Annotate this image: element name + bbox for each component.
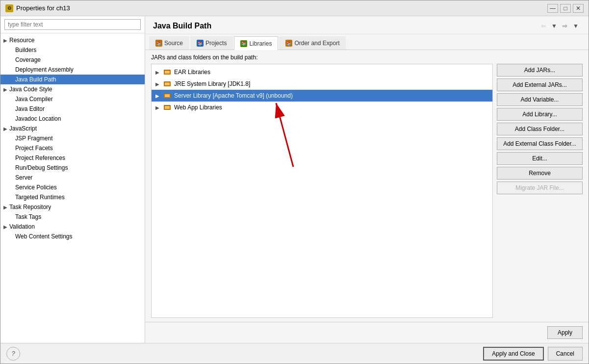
footer: ? Apply and Close Cancel — [0, 343, 589, 364]
tab-projects[interactable]: 📚Projects — [190, 36, 233, 50]
svg-rect-4 — [165, 82, 170, 85]
lib-expand-jre-system-library: ▶ — [155, 81, 160, 87]
expand-arrow-java-code-style: ▶ — [3, 87, 7, 92]
remove-button[interactable]: Remove — [497, 167, 583, 180]
expand-arrow-validation: ▶ — [3, 224, 7, 230]
footer-buttons: Apply and Close Cancel — [483, 347, 583, 361]
tab-icon-projects: 📚 — [197, 40, 204, 47]
edit-button[interactable]: Edit... — [497, 152, 583, 165]
sidebar-item-server[interactable]: Server — [0, 173, 145, 182]
sidebar-item-targeted-runtimes[interactable]: Targeted Runtimes — [0, 192, 145, 202]
sidebar-item-javadoc-location[interactable]: Javadoc Location — [0, 114, 145, 124]
minimize-button[interactable]: — — [547, 4, 558, 13]
add-external-class-folder-button[interactable]: Add External Class Folder... — [497, 137, 583, 150]
cancel-button[interactable]: Cancel — [548, 347, 583, 361]
sidebar-item-run-debug-settings[interactable]: Run/Debug Settings — [0, 163, 145, 173]
left-panel: ▶ResourceBuildersCoverageDeployment Asse… — [0, 16, 145, 343]
expand-arrow-resource: ▶ — [3, 38, 7, 43]
sidebar-item-label-task-tags: Task Tags — [15, 213, 41, 220]
expand-arrow-task-repository: ▶ — [3, 205, 7, 210]
tab-icon-source: 📚 — [155, 40, 162, 47]
lib-item-ear-libraries[interactable]: ▶ EAR Libraries — [152, 66, 492, 78]
filter-input[interactable] — [4, 19, 141, 30]
sidebar-item-java-code-style[interactable]: ▶Java Code Style — [0, 84, 145, 94]
lib-label-ear-libraries: EAR Libraries — [174, 69, 210, 76]
tab-icon-libraries: 📚 — [240, 40, 247, 47]
sidebar-item-web-content-settings[interactable]: Web Content Settings — [0, 232, 145, 241]
sidebar-item-label-builders: Builders — [15, 47, 36, 53]
sidebar-item-jsp-fragment[interactable]: JSP Fragment — [0, 133, 145, 143]
sidebar-item-label-web-content-settings: Web Content Settings — [15, 233, 73, 240]
tab-order-export[interactable]: 📚Order and Export — [279, 36, 346, 50]
sidebar-item-label-project-facets: Project Facets — [15, 145, 53, 152]
close-button[interactable]: ✕ — [573, 4, 584, 13]
sidebar-item-label-server: Server — [15, 174, 32, 181]
sidebar-item-label-targeted-runtimes: Targeted Runtimes — [15, 194, 65, 201]
forward-dropdown-button[interactable]: ▼ — [571, 21, 581, 31]
maximize-button[interactable]: □ — [560, 4, 571, 13]
bottom-bar: Apply — [145, 322, 589, 343]
sidebar-item-service-policies[interactable]: Service Policies — [0, 182, 145, 192]
right-header: Java Build Path ⇦ ▼ ⇨ ▼ — [145, 16, 589, 34]
add-variable-button[interactable]: Add Variable... — [497, 93, 583, 106]
sidebar-item-project-facets[interactable]: Project Facets — [0, 143, 145, 153]
sidebar-item-builders[interactable]: Builders — [0, 45, 145, 55]
properties-window: ⚙ Properties for ch13 — □ ✕ ▶ResourceBui… — [0, 0, 589, 364]
title-controls: — □ ✕ — [547, 4, 584, 13]
apply-button[interactable]: Apply — [547, 326, 583, 339]
sidebar-item-coverage[interactable]: Coverage — [0, 55, 145, 65]
sidebar-item-task-tags[interactable]: Task Tags — [0, 212, 145, 222]
sidebar-item-java-compiler[interactable]: Java Compiler — [0, 94, 145, 104]
lib-item-server-library[interactable]: ▶ Server Library [Apache Tomcat v9] (unb… — [152, 90, 492, 102]
add-external-jars-button[interactable]: Add External JARs... — [497, 78, 583, 91]
svg-rect-1 — [165, 71, 170, 74]
svg-rect-7 — [165, 94, 170, 97]
back-button[interactable]: ⇦ — [538, 21, 548, 31]
lib-label-server-library: Server Library [Apache Tomcat v9] (unbou… — [174, 92, 293, 99]
right-panel: Java Build Path ⇦ ▼ ⇨ ▼ 📚Source📚Projects… — [145, 16, 589, 343]
window-title: Properties for ch13 — [16, 4, 70, 12]
title-bar: ⚙ Properties for ch13 — □ ✕ — [0, 0, 589, 16]
main-content: ▶ResourceBuildersCoverageDeployment Asse… — [0, 16, 589, 343]
dropdown-button[interactable]: ▼ — [549, 21, 559, 31]
add-jars-button[interactable]: Add JARs... — [497, 64, 583, 77]
sidebar-item-label-javascript: JavaScript — [9, 125, 37, 132]
expand-arrow-javascript: ▶ — [3, 126, 7, 131]
nav-arrows: ⇦ ▼ ⇨ ▼ — [538, 21, 581, 31]
sidebar-item-validation[interactable]: ▶Validation — [0, 222, 145, 232]
tabs-bar: 📚Source📚Projects📚Libraries📚Order and Exp… — [145, 34, 589, 50]
svg-rect-10 — [165, 106, 170, 109]
sidebar-item-label-task-repository: Task Repository — [9, 204, 51, 210]
sidebar-item-resource[interactable]: ▶Resource — [0, 35, 145, 45]
lib-expand-server-library: ▶ — [155, 93, 160, 99]
lib-icon-server-library — [163, 92, 171, 100]
sidebar-item-java-build-path[interactable]: Java Build Path — [0, 75, 145, 84]
sidebar-item-project-references[interactable]: Project References — [0, 153, 145, 163]
panel-title: Java Build Path — [153, 22, 211, 30]
sidebar-item-label-resource: Resource — [9, 37, 34, 44]
help-button[interactable]: ? — [6, 347, 20, 361]
lib-item-web-app-libraries[interactable]: ▶ Web App Libraries — [152, 102, 492, 113]
sidebar-item-java-editor[interactable]: Java Editor — [0, 104, 145, 114]
migrate-jar-button: Migrate JAR File... — [497, 182, 583, 194]
sidebar-item-label-java-build-path: Java Build Path — [15, 76, 56, 83]
tab-source[interactable]: 📚Source — [149, 36, 189, 50]
forward-button[interactable]: ⇨ — [560, 21, 570, 31]
add-library-button[interactable]: Add Library... — [497, 108, 583, 121]
sidebar-item-label-javadoc-location: Javadoc Location — [15, 115, 61, 122]
filter-input-wrap — [0, 16, 145, 33]
action-buttons: Add JARs...Add External JARs...Add Varia… — [497, 64, 583, 318]
libraries-list: ▶ EAR Libraries ▶ JRE System Library [JD… — [151, 64, 493, 318]
svg-rect-2 — [164, 70, 170, 71]
tab-libraries[interactable]: 📚Libraries — [234, 36, 278, 50]
sidebar-item-deployment-assembly[interactable]: Deployment Assembly — [0, 65, 145, 75]
lib-expand-ear-libraries: ▶ — [155, 70, 160, 75]
apply-close-button[interactable]: Apply and Close — [483, 347, 543, 361]
tab-label-libraries: Libraries — [249, 40, 272, 47]
add-class-folder-button[interactable]: Add Class Folder... — [497, 123, 583, 135]
svg-rect-5 — [164, 82, 170, 82]
lib-label-web-app-libraries: Web App Libraries — [174, 104, 222, 111]
sidebar-item-task-repository[interactable]: ▶Task Repository — [0, 202, 145, 212]
lib-item-jre-system-library[interactable]: ▶ JRE System Library [JDK1.8] — [152, 78, 492, 90]
sidebar-item-javascript[interactable]: ▶JavaScript — [0, 124, 145, 133]
